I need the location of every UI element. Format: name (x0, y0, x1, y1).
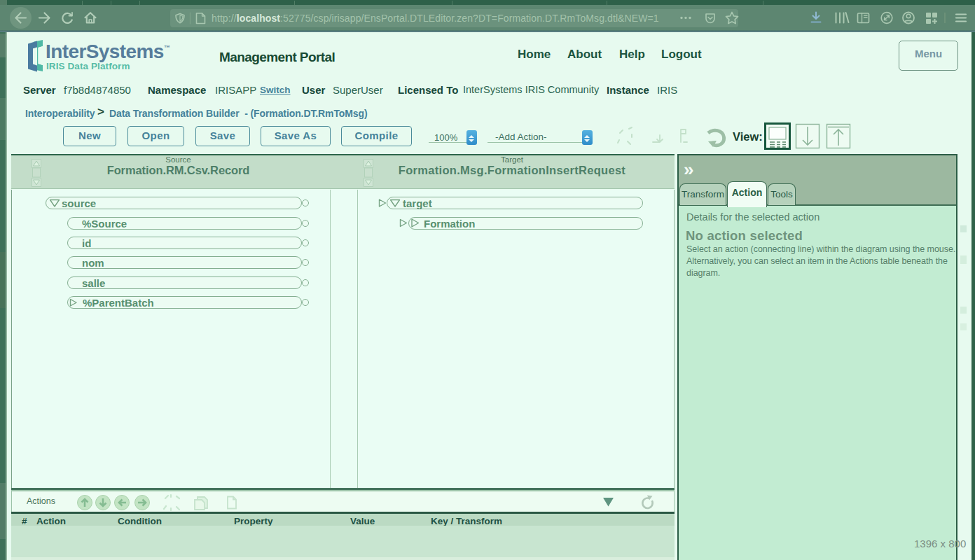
svg-text:View:: View: (733, 130, 763, 143)
